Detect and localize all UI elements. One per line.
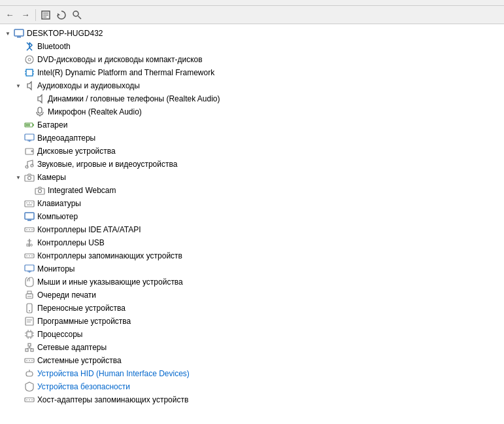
tree-item[interactable]: Динамики / головные телефоны (Realtek Au… [0,92,504,105]
root-expand-button[interactable]: ▼ [3,28,13,39]
tree-item[interactable]: Integrated Webcam [0,184,504,197]
computer-icon [13,27,25,39]
svg-point-33 [39,190,42,193]
back-button[interactable]: ← [3,8,17,22]
svg-rect-39 [25,213,34,219]
expand-placeholder [13,41,24,52]
svg-point-28 [25,166,28,168]
svg-marker-16 [27,82,31,90]
device-label: Аудиовходы и аудиовыходы [37,81,140,90]
tree-item[interactable]: Звуковые, игровые и видеоустройства [0,158,504,171]
menu-action[interactable] [18,1,26,4]
device-label: Bluetooth [37,42,71,51]
expand-placeholder [13,381,24,392]
tree-item[interactable]: Контроллеры IDE ATA/ATAPI [0,223,504,236]
tree-item[interactable]: Очереди печати [0,289,504,302]
device-label: Устройства HID (Human Interface Devices) [37,369,190,378]
expand-placeholder [13,264,24,274]
device-label: Видеоадаптеры [37,133,95,143]
svg-rect-18 [38,107,42,113]
tree-item[interactable]: Системные устройства [0,354,504,367]
expand-placeholder [13,316,24,327]
tree-item[interactable]: Устройства безопасности [0,380,504,393]
tree-item[interactable]: Микрофон (Realtek Audio) [0,105,504,118]
expand-placeholder [13,54,24,65]
menu-bar [0,0,504,6]
tree-item[interactable]: Контроллеры USB [0,236,504,249]
tree-item[interactable]: ▼Камеры [0,171,504,184]
svg-rect-7 [14,29,24,36]
device-icon [24,381,35,393]
device-label: Хост-адаптеры запоминающих устройств [37,395,188,404]
device-icon [24,67,35,79]
expand-button[interactable]: ▼ [13,80,24,91]
device-icon [24,80,35,92]
device-icon [24,211,35,222]
device-icon [24,171,35,183]
properties-icon [41,10,51,20]
tree-item[interactable]: Мониторы [0,262,504,275]
tree-item[interactable]: Видеоадаптеры [0,132,504,145]
tree-item[interactable]: Intel(R) Dynamic Platform and Thermal Fr… [0,66,504,79]
expand-placeholder [24,185,34,196]
svg-point-29 [31,164,33,167]
tree-item[interactable]: Процессоры [0,328,504,341]
tree-item[interactable]: Хост-адаптеры запоминающих устройств [0,393,504,406]
device-tree[interactable]: ▼DESKTOP-HUGD432BluetoothDVD-дисководы и… [0,24,504,424]
tree-item[interactable]: Контроллеры запоминающих устройств [0,249,504,262]
device-label: Устройства безопасности [37,382,130,391]
svg-rect-22 [25,124,30,126]
device-icon [24,54,35,65]
svg-rect-62 [25,317,33,325]
tree-item[interactable]: Дисковые устройства [0,145,504,158]
expand-placeholder [13,395,24,405]
device-label: Батареи [37,120,67,130]
tree-item[interactable]: Батареи [0,118,504,132]
tree-item[interactable]: Сетевые адаптеры [0,341,504,354]
svg-rect-74 [25,349,28,351]
device-icon [24,41,35,52]
svg-rect-8 [17,37,21,38]
device-label: Мыши и иные указывающие устройства [37,277,183,287]
device-label: Системные устройства [37,356,122,365]
menu-file[interactable] [3,1,10,4]
scan-button[interactable] [70,8,84,22]
tree-item[interactable]: DVD-дисководы и дисководы компакт-дисков [0,53,504,66]
expand-placeholder [13,290,24,300]
expand-placeholder [13,355,24,366]
device-icon [24,250,35,262]
device-label: Звуковые, игровые и видеоустройства [37,160,177,169]
device-icon [24,355,35,366]
tree-item[interactable]: Клавиатуры [0,197,504,210]
update-button[interactable] [54,8,69,22]
tree-item[interactable]: Устройства HID (Human Interface Devices) [0,367,504,380]
svg-rect-40 [27,220,31,221]
tree-item[interactable]: Программные устройства [0,315,504,328]
device-icon [24,368,35,380]
device-label: Сетевые адаптеры [37,343,107,352]
device-label: Клавиатуры [37,199,81,208]
svg-rect-65 [27,332,32,337]
expand-placeholder [13,120,24,130]
menu-help[interactable] [50,1,58,4]
tree-item[interactable]: ▼Аудиовходы и аудиовыходы [0,79,504,92]
device-icon [24,315,35,327]
tree-root-item[interactable]: ▼DESKTOP-HUGD432 [0,27,504,40]
expand-button[interactable]: ▼ [13,172,24,183]
device-label: Компьютер [37,212,78,221]
properties-button[interactable] [39,8,53,22]
menu-view[interactable] [34,1,42,4]
device-icon [24,263,35,275]
svg-rect-47 [27,244,29,246]
svg-marker-17 [38,95,42,103]
tree-item[interactable]: Bluetooth [0,40,504,53]
expand-placeholder [13,342,24,353]
tree-item[interactable]: Компьютер [0,210,504,223]
tree-item[interactable]: Переносные устройства [0,302,504,315]
tree-item[interactable]: Мыши и иные указывающие устройства [0,275,504,289]
forward-button[interactable]: → [18,8,33,22]
svg-rect-21 [33,124,34,126]
expand-placeholder [13,368,24,379]
scan-icon [72,10,82,20]
device-icon [24,328,35,340]
